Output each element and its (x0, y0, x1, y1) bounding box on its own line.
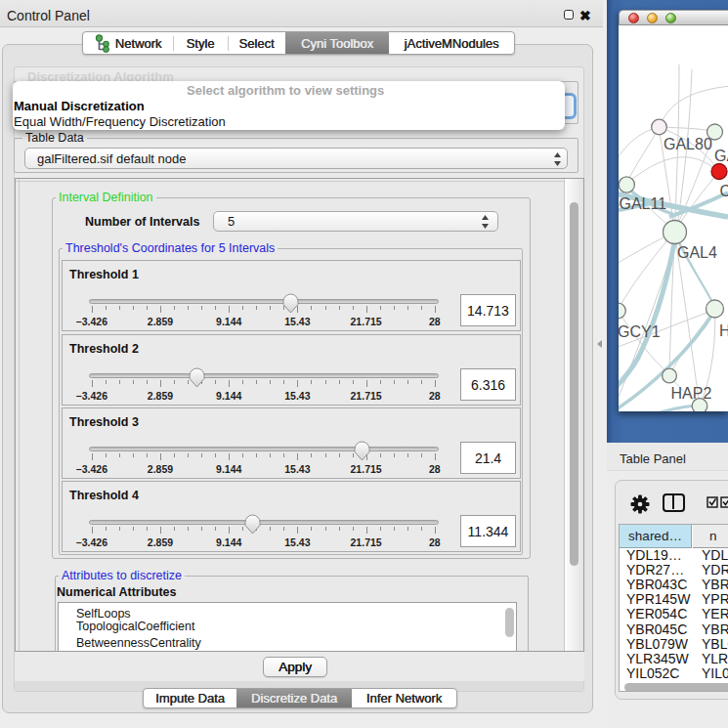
svg-text:GAL80: GAL80 (664, 136, 712, 152)
svg-text:HAP2: HAP2 (671, 385, 712, 402)
svg-text:GAL4: GAL4 (677, 244, 717, 261)
svg-text:H: H (719, 322, 728, 339)
svg-text:GAL11: GAL11 (620, 195, 667, 212)
svg-text:GA: GA (714, 148, 728, 164)
svg-text:GCY1: GCY1 (619, 323, 661, 340)
svg-text:C: C (720, 183, 728, 199)
